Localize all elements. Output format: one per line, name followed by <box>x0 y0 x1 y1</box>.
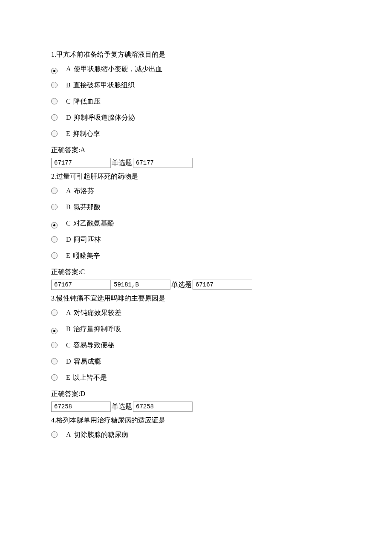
option-text: 吲哚美辛 <box>73 251 100 261</box>
question-type-label: 单选题 <box>111 158 133 168</box>
answer-value: D <box>80 390 85 397</box>
option-letter: C <box>66 340 71 350</box>
radio-button[interactable] <box>51 252 58 259</box>
option-row[interactable]: B氯芬那酸 <box>51 202 341 212</box>
radio-button[interactable] <box>51 342 58 348</box>
id-input[interactable] <box>133 158 193 168</box>
extra-input[interactable] <box>111 280 170 290</box>
option-text: 使甲状腺缩小变硬，减少出血 <box>74 64 162 74</box>
option-row[interactable]: E抑制心率 <box>51 129 341 139</box>
option-letter: E <box>66 373 70 383</box>
option-row[interactable]: D阿司匹林 <box>51 234 341 245</box>
correct-answer: 正确答案:C <box>51 267 341 277</box>
option-letter: A <box>66 430 71 440</box>
radio-button[interactable] <box>51 98 58 104</box>
option-row[interactable]: E以上皆不是 <box>51 373 341 383</box>
input-row: 单选题 <box>51 402 341 412</box>
question-text: 3.慢性钝痛不宜选用吗啡的主要原因是 <box>51 293 341 304</box>
option-text: 容易导致便秘 <box>73 340 114 350</box>
option-letter: C <box>66 218 71 228</box>
option-row[interactable]: E吲哚美辛 <box>51 251 341 261</box>
radio-button[interactable] <box>51 114 58 121</box>
option-text: 抑制心率 <box>73 129 100 139</box>
option-letter: B <box>66 202 71 212</box>
option-text: 氯芬那酸 <box>73 202 101 212</box>
answer-prefix: 正确答案: <box>51 268 80 275</box>
option-text: 阿司匹林 <box>74 234 101 245</box>
radio-button[interactable] <box>51 374 58 381</box>
question-text: 4.格列本脲单用治疗糖尿病的适应证是 <box>51 415 341 425</box>
id-input[interactable] <box>51 280 111 290</box>
option-letter: D <box>66 356 71 367</box>
option-letter: C <box>66 96 71 107</box>
question: 3.慢性钝痛不宜选用吗啡的主要原因是A对钝痛效果较差B治疗量抑制呼吸C容易导致便… <box>51 293 341 412</box>
radio-button[interactable] <box>51 130 58 137</box>
input-row: 单选题 <box>51 158 341 168</box>
option-text: 直接破坏甲状腺组织 <box>73 80 135 90</box>
radio-button[interactable] <box>51 236 58 243</box>
option-letter: D <box>66 113 71 123</box>
question-type-label: 单选题 <box>111 402 133 412</box>
option-text: 容易成瘾 <box>74 356 101 367</box>
answer-prefix: 正确答案: <box>51 146 80 153</box>
question-text: 1.甲亢术前准备给予复方碘溶液目的是 <box>51 49 341 60</box>
option-text: 以上皆不是 <box>73 373 107 383</box>
id-input[interactable] <box>193 280 252 290</box>
question: 1.甲亢术前准备给予复方碘溶液目的是A使甲状腺缩小变硬，减少出血B直接破坏甲状腺… <box>51 49 341 168</box>
correct-answer: 正确答案:D <box>51 389 341 399</box>
option-letter: B <box>66 324 71 334</box>
radio-button[interactable] <box>51 222 58 228</box>
option-row[interactable]: D容易成瘾 <box>51 356 341 367</box>
answer-prefix: 正确答案: <box>51 390 80 397</box>
radio-button[interactable] <box>51 358 58 364</box>
correct-answer: 正确答案:A <box>51 145 341 155</box>
option-text: 抑制呼吸道腺体分泌 <box>74 113 135 123</box>
radio-button[interactable] <box>51 328 58 334</box>
option-letter: E <box>66 251 70 261</box>
option-text: 对钝痛效果较差 <box>74 308 121 318</box>
option-text: 切除胰腺的糖尿病 <box>74 430 128 440</box>
question-type-label: 单选题 <box>170 280 193 290</box>
radio-button[interactable] <box>51 309 58 316</box>
answer-value: A <box>80 146 85 153</box>
radio-button[interactable] <box>51 204 58 210</box>
option-row[interactable]: C容易导致便秘 <box>51 340 341 350</box>
option-text: 对乙酰氨基酚 <box>73 218 114 228</box>
radio-button[interactable] <box>51 68 58 74</box>
option-text: 布洛芬 <box>74 186 94 196</box>
id-input[interactable] <box>51 158 111 168</box>
question: 4.格列本脲单用治疗糖尿病的适应证是A切除胰腺的糖尿病 <box>51 415 341 440</box>
option-row[interactable]: B直接破坏甲状腺组织 <box>51 80 341 90</box>
option-row[interactable]: A布洛芬 <box>51 186 341 196</box>
option-row[interactable]: A对钝痛效果较差 <box>51 308 341 318</box>
option-letter: A <box>66 186 71 196</box>
radio-button[interactable] <box>51 188 58 194</box>
question-text: 2.过量可引起肝坏死的药物是 <box>51 171 341 182</box>
option-text: 治疗量抑制呼吸 <box>73 324 121 334</box>
question: 2.过量可引起肝坏死的药物是A布洛芬B氯芬那酸C对乙酰氨基酚D阿司匹林E吲哚美辛… <box>51 171 341 290</box>
option-row[interactable]: A使甲状腺缩小变硬，减少出血 <box>51 64 341 74</box>
option-text: 降低血压 <box>73 96 101 107</box>
option-letter: A <box>66 64 71 74</box>
option-row[interactable]: A切除胰腺的糖尿病 <box>51 430 341 440</box>
option-row[interactable]: C对乙酰氨基酚 <box>51 218 341 228</box>
option-row[interactable]: D抑制呼吸道腺体分泌 <box>51 113 341 123</box>
option-letter: E <box>66 129 70 139</box>
radio-button[interactable] <box>51 82 58 88</box>
id-input[interactable] <box>51 402 111 412</box>
id-input[interactable] <box>133 402 193 412</box>
answer-value: C <box>80 268 85 275</box>
option-letter: B <box>66 80 71 90</box>
option-letter: A <box>66 308 71 318</box>
option-letter: D <box>66 234 71 245</box>
input-row: 单选题 <box>51 280 341 290</box>
radio-button[interactable] <box>51 431 58 438</box>
option-row[interactable]: B治疗量抑制呼吸 <box>51 324 341 334</box>
option-row[interactable]: C降低血压 <box>51 96 341 107</box>
